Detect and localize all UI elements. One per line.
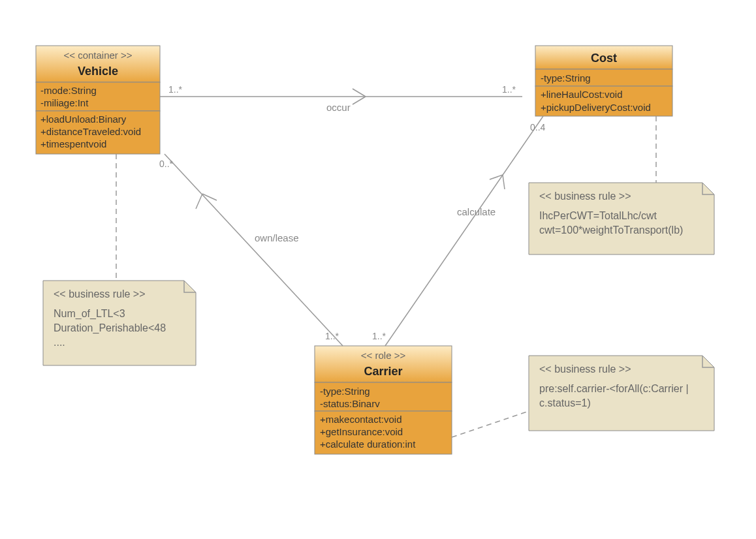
- assoc-mult: 1..*: [502, 84, 516, 95]
- assoc-mult: 0..4: [530, 122, 546, 132]
- note-line: cwt=100*weightToTransport(lb): [539, 224, 683, 236]
- carrier-op: +calculate duration:int: [320, 439, 416, 450]
- assoc-mult: 1..*: [325, 331, 339, 341]
- note-stereotype: << business rule >>: [54, 288, 146, 300]
- note-line: Duration_Perishable<48: [54, 322, 166, 334]
- note-stereotype: << business rule >>: [539, 363, 631, 375]
- note-vehicle-rule: << business rule >> Num_of_LTL<3 Duratio…: [43, 281, 196, 365]
- vehicle-stereotype: << container >>: [63, 50, 132, 61]
- vehicle-attr: -mode:String: [40, 85, 97, 96]
- assoc-mult: 0..*: [159, 159, 174, 169]
- note-stereotype: << business rule >>: [539, 191, 631, 202]
- note-line: Num_of_LTL<3: [54, 308, 125, 320]
- note-line: c.status=1): [539, 397, 591, 408]
- vehicle-attr: -miliage:Int: [40, 97, 89, 108]
- carrier-op: +getInsurance:void: [320, 426, 403, 437]
- assoc-label: own/lease: [255, 232, 299, 243]
- note-carrier-rule: << business rule >> pre:self.carrier-<fo…: [529, 356, 714, 431]
- carrier-attr: -type:String: [320, 386, 370, 397]
- class-cost: Cost -type:String +lineHaulCost:void +pi…: [535, 46, 672, 116]
- assoc-label: occur: [326, 102, 351, 113]
- note-cost-rule: << business rule >> IhcPerCWT=TotalLhc/c…: [529, 183, 714, 254]
- vehicle-name: Vehicle: [78, 65, 118, 78]
- note-line: ....: [54, 337, 65, 348]
- class-carrier: << role >> Carrier -type:String -status:…: [315, 346, 452, 454]
- cost-op: +pickupDeliveryCost:void: [541, 102, 651, 113]
- association-calculate: calculate 1..* 0..4: [372, 116, 546, 346]
- carrier-attr: -status:Binarv: [320, 398, 380, 409]
- cost-attr: -type:String: [541, 72, 591, 84]
- carrier-op: +makecontact:void: [320, 414, 402, 425]
- vehicle-op: +distanceTraveled:void: [40, 126, 141, 137]
- cost-name: Cost: [591, 52, 617, 65]
- assoc-label: calculate: [457, 206, 496, 217]
- svg-line-11: [385, 116, 543, 346]
- carrier-name: Carrier: [364, 365, 402, 378]
- carrier-stereotype: << role >>: [361, 350, 406, 361]
- uml-diagram: << container >> Vehicle -mode:String -mi…: [0, 0, 756, 539]
- assoc-mult: 1..*: [168, 84, 183, 95]
- vehicle-op: +loadUnload:Binary: [40, 114, 127, 125]
- class-vehicle: << container >> Vehicle -mode:String -mi…: [36, 46, 160, 154]
- association-occur: occur 1..* 1..*: [160, 84, 522, 113]
- vehicle-op: +timespentvoid: [40, 138, 106, 149]
- assoc-mult: 1..*: [372, 331, 386, 341]
- cost-op: +lineHaulCost:void: [541, 89, 623, 100]
- note-anchor: [452, 411, 529, 437]
- note-line: pre:self.carrier-<forAll(c:Carrier |: [539, 383, 689, 394]
- note-line: IhcPerCWT=TotalLhc/cwt: [539, 210, 657, 221]
